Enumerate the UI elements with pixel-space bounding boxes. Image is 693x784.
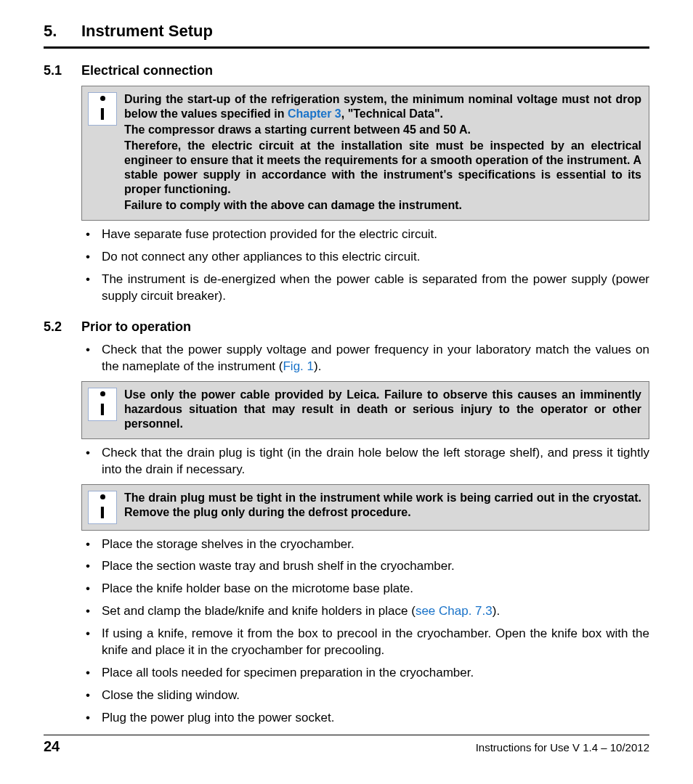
link-chapter-3[interactable]: Chapter 3	[288, 107, 341, 120]
section-title: Electrical connection	[81, 63, 213, 78]
info-note-1: ı During the start-up of the refrigerati…	[81, 86, 649, 221]
info-icon: ı	[88, 491, 117, 524]
list-item: Have separate fuse protection provided f…	[81, 226, 649, 243]
section-title: Prior to operation	[81, 319, 191, 335]
list-item: Place all tools needed for specimen prep…	[81, 665, 649, 682]
list-item: Place the storage shelves in the cryocha…	[81, 536, 649, 553]
list-item: Check that the drain plug is tight (in t…	[81, 445, 649, 478]
section-number: 5.2	[44, 319, 81, 335]
info-icon: ı	[88, 388, 117, 421]
list-item: Close the sliding window.	[81, 687, 649, 704]
list-item: If using a knife, remove it from the box…	[81, 626, 649, 659]
chapter-header: 5. Instrument Setup	[44, 22, 649, 45]
section-number: 5.1	[44, 63, 81, 78]
section-5-2-header: 5.2 Prior to operation	[44, 319, 649, 335]
bullets-5-2-drain: Check that the drain plug is tight (in t…	[81, 445, 649, 478]
footer-text: Instructions for Use V 1.4 – 10/2012	[476, 741, 649, 754]
info-note-3-text: The drain plug must be tight in the inst…	[124, 491, 641, 524]
link-chap-7-3[interactable]: see Chap. 7.3	[416, 604, 493, 618]
info-note-2: ı Use only the power cable provided by L…	[81, 381, 649, 439]
list-item: Place the knife holder base on the micro…	[81, 581, 649, 597]
chapter-number: 5.	[44, 22, 81, 41]
bullets-5-1: Have separate fuse protection provided f…	[81, 226, 649, 305]
section-5-1-header: 5.1 Electrical connection	[44, 63, 649, 78]
link-fig-1[interactable]: Fig. 1	[283, 359, 314, 373]
list-item: Do not connect any other appliances to t…	[81, 249, 649, 266]
header-rule	[44, 46, 649, 49]
page-footer: 24 Instructions for Use V 1.4 – 10/2012	[44, 735, 649, 755]
chapter-title: Instrument Setup	[81, 22, 213, 41]
info-note-1-text: During the start-up of the refrigeration…	[124, 92, 641, 214]
bullets-5-2-main: Place the storage shelves in the cryocha…	[81, 536, 649, 727]
list-item: Plug the power plug into the power socke…	[81, 710, 649, 727]
info-note-3: ı The drain plug must be tight in the in…	[81, 484, 649, 531]
info-note-2-text: Use only the power cable provided by Lei…	[124, 388, 641, 433]
list-item: Set and clamp the blade/knife and knife …	[81, 603, 649, 620]
list-item: The instrument is de-energized when the …	[81, 271, 649, 305]
list-item: Place the section waste tray and brush s…	[81, 558, 649, 575]
bullets-5-2-intro: Check that the power supply voltage and …	[81, 342, 649, 375]
list-item: Check that the power supply voltage and …	[81, 342, 649, 375]
info-icon: ı	[88, 92, 117, 126]
page-number: 24	[44, 738, 60, 755]
